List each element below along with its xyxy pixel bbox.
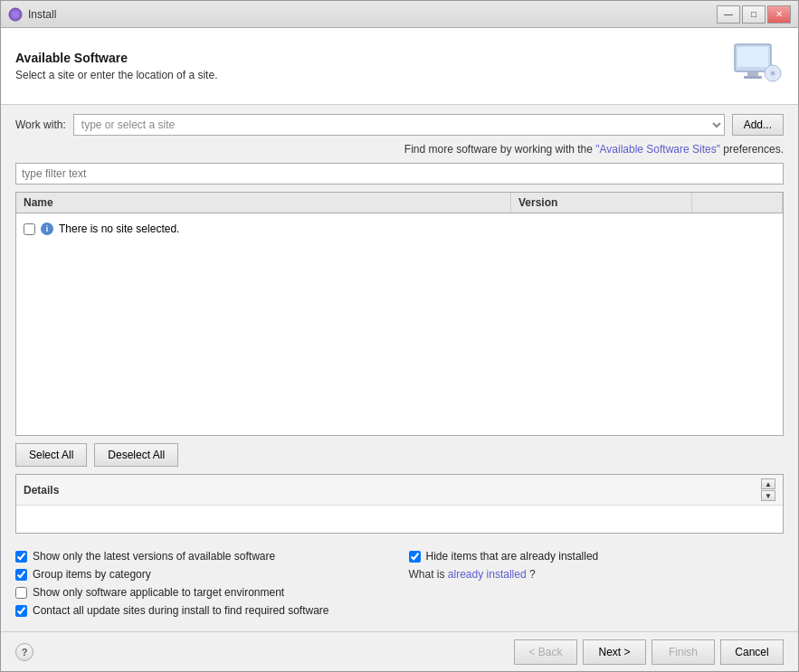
details-body <box>16 506 783 533</box>
minimize-button[interactable]: — <box>717 5 740 24</box>
find-more-suffix: preferences. <box>723 143 784 156</box>
add-button[interactable]: Add... <box>732 114 784 136</box>
find-more-prefix: Find more software by working with the <box>404 143 595 156</box>
app-icon <box>8 7 23 22</box>
option-checkbox-4[interactable] <box>15 605 27 617</box>
option-row-right-1: Hide items that are already installed <box>409 550 785 563</box>
footer: ? < Back Next > Finish Cancel <box>1 631 798 671</box>
col-name: Name <box>16 193 511 213</box>
no-site-message: There is no site selected. <box>59 222 179 235</box>
titlebar-left: Install <box>8 7 56 22</box>
select-deselect-row: Select All Deselect All <box>15 443 784 467</box>
software-table: Name Version i There is no site selected… <box>15 192 784 436</box>
site-select-wrapper: type or select a site <box>73 114 725 136</box>
find-more-row: Find more software by working with the "… <box>15 143 784 156</box>
table-body: i There is no site selected. <box>16 213 783 244</box>
close-button[interactable]: ✕ <box>767 5 791 24</box>
back-button[interactable]: < Back <box>514 639 577 665</box>
header-title: Available Software <box>15 51 217 65</box>
option-row-1: Show only the latest versions of availab… <box>15 550 391 563</box>
svg-rect-5 <box>744 76 762 79</box>
work-with-label: Work with: <box>15 118 66 131</box>
header-section: Available Software Select a site or ente… <box>1 28 798 105</box>
what-is-prefix: What is <box>409 568 448 581</box>
select-all-button[interactable]: Select All <box>15 443 87 467</box>
header-subtitle: Select a site or enter the location of a… <box>15 69 217 81</box>
option-label-right-1: Hide items that are already installed <box>426 550 599 563</box>
next-button[interactable]: Next > <box>583 639 646 665</box>
cancel-button[interactable]: Cancel <box>720 639 784 665</box>
titlebar: Install — □ ✕ <box>1 1 798 28</box>
header-text: Available Software Select a site or ente… <box>15 51 217 81</box>
what-is-row: What is already installed ? <box>409 568 785 581</box>
table-header: Name Version <box>16 193 783 213</box>
scroll-up-button[interactable]: ▲ <box>761 478 775 489</box>
available-software-sites-link[interactable]: "Available Software Sites" <box>595 143 720 156</box>
help-button[interactable]: ? <box>15 643 33 661</box>
svg-point-1 <box>12 11 19 18</box>
window-title: Install <box>28 8 56 21</box>
option-checkbox-1[interactable] <box>15 551 27 563</box>
scroll-down-button[interactable]: ▼ <box>761 490 775 501</box>
info-icon: i <box>41 222 53 235</box>
col-extra <box>692 193 783 213</box>
option-label-3: Show only software applicable to target … <box>33 586 284 599</box>
option-checkbox-right-1[interactable] <box>409 551 421 563</box>
no-site-row: i There is no site selected. <box>24 219 775 239</box>
option-row-2: Group items by category <box>15 568 391 581</box>
options-section: Show only the latest versions of availab… <box>15 541 784 622</box>
titlebar-buttons: — □ ✕ <box>717 5 791 24</box>
svg-rect-3 <box>737 47 768 67</box>
already-installed-link[interactable]: already installed <box>448 568 527 581</box>
option-row-3: Show only software applicable to target … <box>15 586 391 599</box>
main-window: Install — □ ✕ Available Software Select … <box>0 0 799 672</box>
details-scroll-buttons: ▲ ▼ <box>761 478 775 501</box>
no-site-checkbox[interactable] <box>24 223 35 235</box>
work-with-row: Work with: type or select a site Add... <box>15 114 784 136</box>
footer-buttons: < Back Next > Finish Cancel <box>514 639 784 665</box>
option-checkbox-2[interactable] <box>15 569 27 581</box>
filter-input[interactable] <box>15 163 784 185</box>
svg-point-8 <box>772 72 775 75</box>
header-icon <box>729 39 784 93</box>
details-section: Details ▲ ▼ <box>15 474 784 534</box>
option-label-4: Contact all update sites during install … <box>33 604 329 617</box>
option-row-4: Contact all update sites during install … <box>15 604 391 617</box>
deselect-all-button[interactable]: Deselect All <box>94 443 178 467</box>
option-label-1: Show only the latest versions of availab… <box>33 550 275 563</box>
main-content: Work with: type or select a site Add... … <box>1 105 798 631</box>
option-checkbox-3[interactable] <box>15 587 27 599</box>
what-is-suffix: ? <box>529 568 536 581</box>
col-version: Version <box>511 193 692 213</box>
option-label-2: Group items by category <box>33 568 151 581</box>
details-header: Details ▲ ▼ <box>16 475 783 506</box>
maximize-button[interactable]: □ <box>742 5 766 24</box>
site-select[interactable]: type or select a site <box>73 114 725 136</box>
computer-icon <box>731 41 782 91</box>
finish-button[interactable]: Finish <box>652 639 715 665</box>
details-label: Details <box>24 484 59 497</box>
